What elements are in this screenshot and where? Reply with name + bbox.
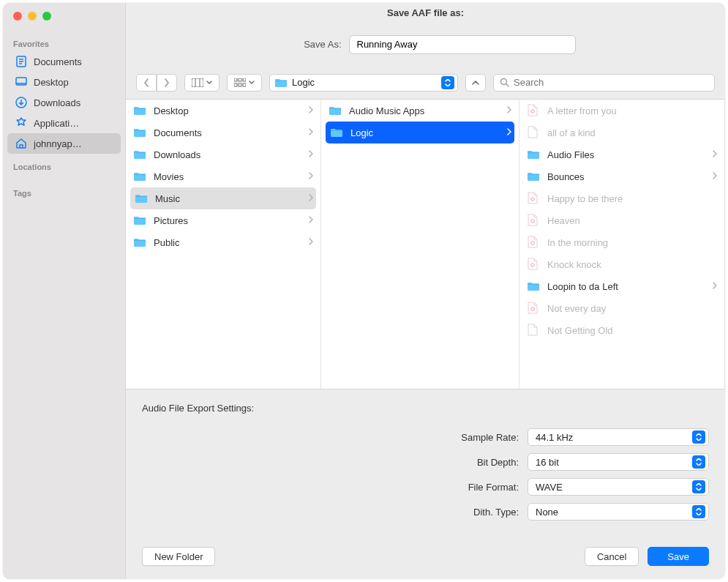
dither-type-value: None — [536, 507, 692, 518]
sample-rate-popup[interactable]: 44.1 kHz — [528, 428, 709, 446]
browser-row[interactable]: all of a kind — [519, 122, 724, 143]
search-field[interactable] — [493, 74, 715, 92]
chevron-right-icon — [708, 149, 717, 160]
row-label: Movies — [154, 171, 299, 182]
minimize-window-button[interactable] — [28, 12, 37, 20]
sidebar-heading-tags: Tags — [3, 184, 125, 201]
sidebar-item-label: Documents — [34, 56, 82, 67]
column-browser: Desktop Documents Downloads Movies Music — [126, 100, 725, 389]
export-settings-heading: Audio File Export Settings: — [142, 403, 709, 414]
browser-row[interactable]: Pictures — [126, 209, 320, 231]
chevron-right-icon — [304, 127, 313, 138]
sidebar-item-label: Desktop — [34, 77, 69, 88]
folder-icon — [527, 149, 541, 160]
browser-row[interactable]: Not Getting Old — [519, 319, 724, 341]
save-as-input[interactable] — [349, 35, 576, 54]
folder-icon — [527, 280, 541, 292]
sidebar-item[interactable]: Applicati… — [7, 113, 121, 133]
dialog-footer: New Folder Cancel Save — [126, 537, 725, 579]
sidebar-item[interactable]: Documents — [7, 51, 121, 72]
chevron-right-icon — [304, 237, 313, 247]
new-folder-button[interactable]: New Folder — [142, 547, 215, 566]
row-label: Audio Files — [547, 149, 702, 160]
folder-icon — [527, 171, 541, 182]
svg-rect-7 — [243, 78, 246, 81]
sidebar-item[interactable]: Downloads — [7, 92, 121, 113]
row-label: Desktop — [154, 105, 299, 116]
sidebar-item[interactable]: johnnyap… — [7, 133, 121, 154]
location-label: Logic — [292, 77, 437, 88]
chevron-right-icon — [304, 149, 313, 160]
view-columns-button[interactable] — [184, 74, 219, 92]
folder-icon — [133, 236, 148, 248]
row-label: Not Getting Old — [547, 325, 717, 336]
browser-row[interactable]: Loopin to da Left — [519, 275, 724, 297]
browser-row[interactable]: Not every day — [519, 297, 724, 319]
browser-row[interactable]: A letter from you — [519, 100, 724, 122]
folder-icon — [133, 171, 148, 182]
bit-depth-popup[interactable]: 16 bit — [528, 453, 709, 471]
window-controls — [3, 12, 125, 35]
downloads-icon — [15, 96, 28, 109]
close-window-button[interactable] — [13, 12, 22, 20]
browser-column-1: Desktop Documents Downloads Movies Music — [126, 100, 321, 389]
browser-row[interactable]: Documents — [126, 122, 320, 143]
updown-arrows-icon — [692, 480, 705, 493]
browser-row[interactable]: Logic — [326, 122, 514, 143]
browser-row[interactable]: Happy to be there — [519, 187, 724, 209]
svg-rect-4 — [192, 78, 203, 87]
sample-rate-value: 44.1 kHz — [536, 432, 692, 443]
search-input[interactable] — [514, 77, 708, 88]
row-label: Documents — [154, 127, 299, 138]
row-label: Downloads — [154, 149, 299, 160]
file-format-label: File Format: — [446, 482, 519, 493]
dither-type-label: Dith. Type: — [446, 507, 519, 518]
browser-row[interactable]: Knock knock — [519, 253, 724, 275]
browser-toolbar: Logic — [126, 66, 725, 100]
row-label: all of a kind — [547, 127, 717, 138]
browser-row[interactable]: Heaven — [519, 209, 724, 231]
file-format-value: WAVE — [536, 482, 692, 493]
updown-arrows-icon — [692, 430, 705, 444]
browser-row[interactable]: Downloads — [126, 143, 320, 165]
sidebar-item[interactable]: Desktop — [7, 72, 121, 92]
browser-row[interactable]: Audio Music Apps — [321, 100, 519, 122]
save-button[interactable]: Save — [648, 547, 709, 566]
browser-row[interactable]: Desktop — [126, 100, 320, 122]
chevron-right-icon — [708, 281, 717, 291]
bit-depth-label: Bit Depth: — [446, 457, 519, 468]
home-icon — [15, 137, 28, 150]
search-icon — [500, 78, 509, 87]
updown-arrows-icon — [692, 505, 705, 518]
location-popup[interactable]: Logic — [269, 74, 458, 92]
apps-icon — [15, 116, 28, 130]
chevron-down-icon — [206, 81, 212, 85]
save-as-label: Save As: — [203, 39, 342, 50]
browser-row[interactable]: In the morning — [519, 231, 724, 253]
zoom-window-button[interactable] — [42, 12, 51, 20]
svg-rect-10 — [243, 83, 246, 86]
enclosing-folder-button[interactable] — [465, 74, 486, 92]
grid-icon — [234, 78, 246, 87]
browser-row[interactable]: Audio Files — [519, 143, 724, 165]
browser-row[interactable]: Music — [130, 187, 316, 209]
browser-row[interactable]: Bounces — [519, 165, 724, 187]
nav-back-button[interactable] — [136, 74, 157, 92]
browser-row[interactable]: Movies — [126, 165, 320, 187]
row-label: In the morning — [547, 237, 717, 248]
doc-icon — [15, 55, 28, 68]
dialog-title: Save AAF file as: — [126, 3, 725, 23]
row-label: Not every day — [547, 303, 717, 314]
browser-row[interactable]: Public — [126, 231, 320, 253]
chevron-right-icon — [304, 193, 313, 204]
nav-back-forward — [136, 74, 177, 92]
group-by-button[interactable] — [227, 74, 262, 92]
row-label: A letter from you — [547, 105, 717, 116]
chevron-down-icon — [249, 81, 255, 85]
row-label: Audio Music Apps — [349, 105, 497, 116]
folder-icon — [135, 193, 149, 204]
dither-type-popup[interactable]: None — [528, 503, 709, 521]
nav-forward-button[interactable] — [157, 74, 177, 92]
cancel-button[interactable]: Cancel — [585, 547, 639, 566]
file-format-popup[interactable]: WAVE — [528, 478, 709, 496]
